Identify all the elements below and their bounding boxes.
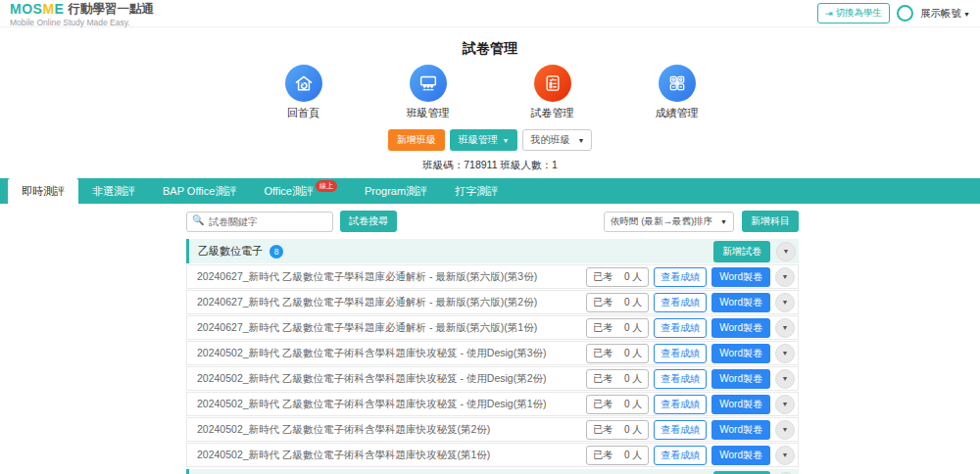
exam-management-icon [534,65,571,102]
avatar[interactable] [897,5,913,22]
taken-count-box: 已考0 人 [586,420,649,440]
paper-title: 20240627_新時代 乙級數位電子學科題庫必通解析 - 最新版(第六版)(第… [197,296,537,309]
paper-title: 20240502_新時代 乙級數位電子術科含學科題庫快攻秘笈(第2份) [197,423,490,437]
logo-chinese-title: 行動學習一點通 [68,3,154,16]
taken-count-box: 已考0 人 [586,446,649,465]
view-scores-button[interactable]: 查看成績 [654,318,707,338]
home-icon [285,65,322,102]
taken-count-box: 已考0 人 [586,267,649,287]
row-menu-button[interactable]: ▼ [775,293,795,312]
sort-select[interactable]: 依時間 (最新→最舊)排序▼ [604,212,734,232]
online-badge: 線上 [316,180,337,192]
taken-count-box: 已考0 人 [586,318,649,338]
paper-row: 20240627_新時代 乙級數位電子學科題庫必通解析 - 最新版(第六版)(第… [186,264,799,289]
chevron-down-icon: ▼ [963,11,970,18]
tab-office-assessment[interactable]: Office測評線上 [250,178,351,204]
chevron-down-icon: ▼ [720,218,727,225]
paper-title: 20240502_新時代 乙級數位電子術科含學科題庫快攻秘笈 - 使用Desig… [197,347,546,360]
add-paper-button[interactable]: 新增試卷 [713,471,770,474]
taken-count-box: 已考0 人 [586,395,649,414]
paper-row: 20240627_新時代 乙級數位電子學科題庫必通解析 - 最新版(第六版)(第… [186,315,799,340]
class-management-icon [410,65,447,102]
paper-title: 20240502_新時代 乙級數位電子術科含學科題庫快攻秘笈(第1份) [197,449,490,462]
assessment-tabbar: 即時測評 非選測評 BAP Office測評 Office測評線上 Progra… [0,178,980,204]
add-paper-button[interactable]: 新增試卷 [713,241,770,262]
taken-count-box: 已考0 人 [586,369,649,389]
row-menu-button[interactable]: ▼ [775,420,795,440]
top-bar: MOSME 行動學習一點通 Mobile Online Study Made E… [0,0,980,27]
taken-count-box: 已考0 人 [586,293,649,312]
tab-bap-office-assessment[interactable]: BAP Office測評 [149,178,250,204]
my-class-select[interactable]: 我的班級▼ [522,129,592,151]
word-export-button[interactable]: Word製卷 [711,267,770,287]
word-export-button[interactable]: Word製卷 [711,420,770,440]
word-export-button[interactable]: Word製卷 [711,344,770,363]
chevron-down-icon: ▼ [782,426,789,433]
chevron-down-icon: ▼ [782,273,789,280]
tab-instant-assessment[interactable]: 即時測評 [8,178,78,204]
logo-wordmark: MOSME [10,2,64,16]
view-scores-button[interactable]: 查看成績 [654,267,707,287]
word-export-button[interactable]: Word製卷 [711,293,770,312]
nav-class-management[interactable]: 班級管理 [397,65,460,120]
switch-arrow-icon: ⇥ [825,8,833,19]
nav-exam-management[interactable]: 試卷管理 [521,65,584,120]
subject-header: 乙級數位電子 8 新增試卷 ▼ [186,239,799,263]
paper-row: 20240502_新時代 乙級數位電子術科含學科題庫快攻秘笈(第1份) 已考0 … [186,443,799,467]
word-export-button[interactable]: Word製卷 [711,369,770,389]
chevron-down-icon: ▼ [577,137,584,144]
chevron-down-icon: ▼ [782,324,789,331]
search-button[interactable]: 試卷搜尋 [340,211,397,232]
row-menu-button[interactable]: ▼ [775,395,795,414]
grade-management-icon [659,65,696,102]
logo-tagline: Mobile Online Study Made Easy. [10,19,154,27]
subject-collapse-button[interactable]: ▼ [776,242,796,261]
paper-row: 20240502_新時代 乙級數位電子術科含學科題庫快攻秘笈(第2份) 已考0 … [186,417,799,442]
view-scores-button[interactable]: 查看成績 [654,395,707,414]
subject-title: 乙級數位電子 [198,244,263,259]
add-class-button[interactable]: 新增班級 [388,129,445,151]
paper-row: 20240502_新時代 乙級數位電子術科含學科題庫快攻秘笈 - 使用Desig… [186,392,799,416]
row-menu-button[interactable]: ▼ [775,369,795,389]
class-info: 班級碼：718911 班級人數：1 [0,159,980,172]
tab-typing-assessment[interactable]: 打字測評 [441,178,512,204]
word-export-button[interactable]: Word製卷 [711,395,770,414]
row-menu-button[interactable]: ▼ [775,446,795,465]
tab-nonselect-assessment[interactable]: 非選測評 [78,178,149,204]
subject-header: 電腦網路實習 5 新增試卷 ▼ [186,469,799,474]
row-menu-button[interactable]: ▼ [775,267,795,287]
chevron-down-icon: ▼ [782,401,789,407]
paper-row: 20240502_新時代 乙級數位電子術科含學科題庫快攻秘笈 - 使用Desig… [186,341,799,365]
view-scores-button[interactable]: 查看成績 [654,446,707,465]
switch-to-student-button[interactable]: ⇥ 切換為學生 [817,3,890,24]
nav-icon-row: 回首頁 班級管理 試卷管理 [0,65,980,120]
subject-count-badge: 8 [270,245,283,259]
row-menu-button[interactable]: ▼ [775,318,795,338]
word-export-button[interactable]: Word製卷 [711,318,770,338]
view-scores-button[interactable]: 查看成績 [654,344,707,363]
manage-class-dropdown[interactable]: 班級管理 ▼ [450,129,518,151]
chevron-down-icon: ▼ [782,375,789,382]
word-export-button[interactable]: Word製卷 [711,446,770,465]
view-scores-button[interactable]: 查看成績 [654,420,707,440]
account-menu[interactable]: 展示帳號▼ [920,7,970,21]
search-icon: 🔍 [192,214,204,225]
chevron-down-icon: ▼ [783,248,790,255]
add-subject-button[interactable]: 新增科目 [742,211,799,232]
chevron-down-icon: ▼ [782,299,789,306]
paper-row: 20240502_新時代 乙級數位電子術科含學科題庫快攻秘笈 - 使用Desig… [186,366,799,391]
view-scores-button[interactable]: 查看成績 [654,293,707,312]
nav-home[interactable]: 回首頁 [272,65,335,120]
paper-title: 20240627_新時代 乙級數位電子學科題庫必通解析 - 最新版(第六版)(第… [197,321,537,335]
view-scores-button[interactable]: 查看成績 [654,369,707,389]
row-menu-button[interactable]: ▼ [775,344,795,363]
app-logo[interactable]: MOSME 行動學習一點通 Mobile Online Study Made E… [10,0,154,26]
page-title: 試卷管理 [0,40,980,58]
paper-row: 20240627_新時代 乙級數位電子學科題庫必通解析 - 最新版(第六版)(第… [186,290,799,314]
chevron-down-icon: ▼ [502,137,509,144]
chevron-down-icon: ▼ [782,451,789,458]
nav-grade-management[interactable]: 成績管理 [646,65,709,120]
paper-title: 20240502_新時代 乙級數位電子術科含學科題庫快攻秘笈 - 使用Desig… [197,372,546,386]
search-input[interactable] [186,212,333,232]
tab-program-assessment[interactable]: Program測評 [351,178,441,204]
